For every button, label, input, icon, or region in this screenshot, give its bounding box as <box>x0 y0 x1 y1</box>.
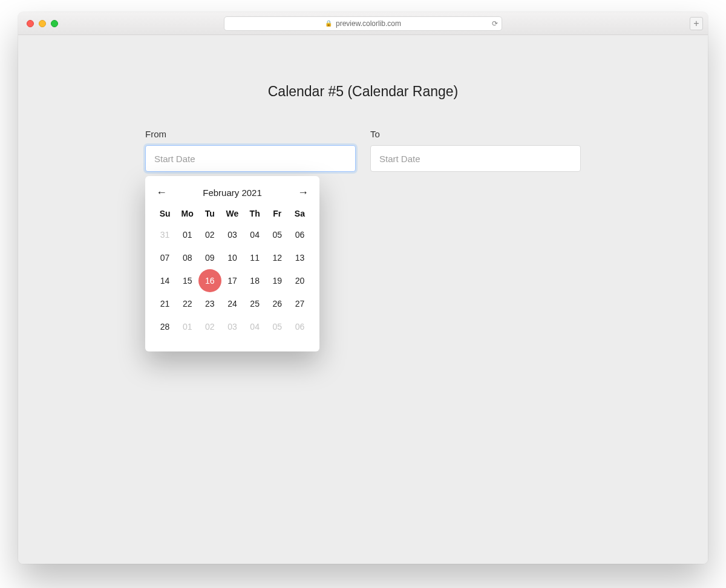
calendar-day[interactable]: 10 <box>221 246 243 269</box>
lock-icon: 🔒 <box>325 20 332 27</box>
calendar-day[interactable]: 24 <box>221 292 243 315</box>
calendar-day[interactable]: 22 <box>176 292 198 315</box>
new-tab-button[interactable]: + <box>690 17 703 30</box>
dow-header: We <box>221 205 243 223</box>
arrow-right-icon: → <box>298 186 309 199</box>
page-viewport: Calendar #5 (Calendar Range) From ← Febr… <box>18 35 708 564</box>
datepicker-grid: SuMoTuWeThFrSa31010203040506070809101112… <box>154 205 311 338</box>
calendar-day[interactable]: 08 <box>176 246 198 269</box>
calendar-day[interactable]: 04 <box>244 223 266 246</box>
calendar-day[interactable]: 07 <box>154 246 176 269</box>
dow-header: Sa <box>289 205 311 223</box>
dow-header: Th <box>244 205 266 223</box>
calendar-day[interactable]: 15 <box>176 269 198 292</box>
window-close-button[interactable] <box>27 20 34 27</box>
calendar-day[interactable]: 25 <box>244 292 266 315</box>
calendar-day[interactable]: 03 <box>221 315 243 338</box>
calendar-day[interactable]: 31 <box>154 223 176 246</box>
browser-addressbar[interactable]: 🔒 preview.colorlib.com ⟳ <box>224 16 502 31</box>
from-label: From <box>145 129 356 139</box>
datepicker-header: ← February 2021 → <box>154 182 311 205</box>
browser-window: 🔒 preview.colorlib.com ⟳ + Calendar #5 (… <box>18 12 708 564</box>
to-date-input[interactable] <box>370 145 581 172</box>
to-field: To <box>370 129 581 172</box>
calendar-day[interactable]: 26 <box>266 292 289 315</box>
browser-titlebar: 🔒 preview.colorlib.com ⟳ + <box>18 12 708 35</box>
calendar-day[interactable]: 21 <box>154 292 176 315</box>
calendar-day[interactable]: 16 <box>198 269 221 292</box>
calendar-day[interactable]: 14 <box>154 269 176 292</box>
calendar-day[interactable]: 04 <box>244 315 266 338</box>
calendar-day[interactable]: 11 <box>244 246 266 269</box>
calendar-day[interactable]: 23 <box>198 292 221 315</box>
calendar-day[interactable]: 27 <box>289 292 311 315</box>
dow-header: Fr <box>266 205 289 223</box>
date-range-row: From ← February 2021 → S <box>145 129 581 172</box>
dow-header: Mo <box>176 205 198 223</box>
calendar-day[interactable]: 18 <box>244 269 266 292</box>
datepicker-popup: ← February 2021 → SuMoTuWeThFrSa31010203… <box>145 176 319 351</box>
calendar-day[interactable]: 03 <box>221 223 243 246</box>
calendar-day[interactable]: 17 <box>221 269 243 292</box>
calendar-day[interactable]: 19 <box>266 269 289 292</box>
next-month-button[interactable]: → <box>296 186 310 199</box>
calendar-day[interactable]: 02 <box>198 223 221 246</box>
calendar-day[interactable]: 01 <box>176 223 198 246</box>
to-label: To <box>370 129 581 139</box>
dow-header: Su <box>154 205 176 223</box>
calendar-day[interactable]: 12 <box>266 246 289 269</box>
dow-header: Tu <box>198 205 221 223</box>
calendar-day[interactable]: 05 <box>266 223 289 246</box>
from-field: From ← February 2021 → S <box>145 129 356 172</box>
page-title: Calendar #5 (Calendar Range) <box>18 83 708 100</box>
arrow-left-icon: ← <box>156 186 167 199</box>
window-zoom-button[interactable] <box>51 20 58 27</box>
calendar-day[interactable]: 05 <box>266 315 289 338</box>
calendar-day[interactable]: 20 <box>289 269 311 292</box>
window-controls <box>27 20 58 27</box>
calendar-day[interactable]: 09 <box>198 246 221 269</box>
calendar-day[interactable]: 06 <box>289 223 311 246</box>
calendar-day[interactable]: 28 <box>154 315 176 338</box>
prev-month-button[interactable]: ← <box>155 186 168 199</box>
address-url: preview.colorlib.com <box>336 19 401 28</box>
calendar-day[interactable]: 02 <box>198 315 221 338</box>
calendar-day[interactable]: 13 <box>289 246 311 269</box>
window-minimize-button[interactable] <box>39 20 46 27</box>
datepicker-month-label: February 2021 <box>203 188 262 198</box>
reload-icon[interactable]: ⟳ <box>492 19 498 28</box>
calendar-day[interactable]: 06 <box>289 315 311 338</box>
from-date-input[interactable] <box>145 145 356 172</box>
calendar-day[interactable]: 01 <box>176 315 198 338</box>
